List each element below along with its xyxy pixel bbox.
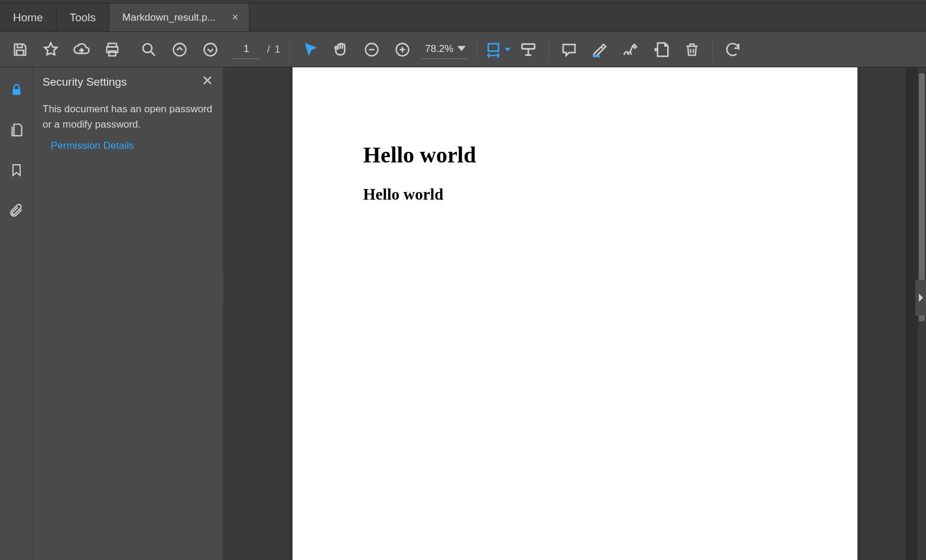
svg-rect-9: [522, 44, 535, 48]
left-rail: [0, 67, 33, 560]
page-up-icon[interactable]: [164, 35, 195, 64]
chevron-down-icon: [458, 43, 465, 55]
search-icon[interactable]: [134, 35, 164, 64]
svg-rect-10: [12, 89, 20, 95]
delete-icon[interactable]: [677, 35, 707, 64]
permission-details-link[interactable]: Permission Details: [43, 140, 213, 152]
toolbar-separator: [712, 38, 713, 61]
zoom-dropdown[interactable]: 78.2%: [421, 40, 469, 59]
main-area: Security Settings This document has an o…: [0, 67, 926, 560]
thumbnails-panel-icon[interactable]: [5, 118, 28, 142]
expand-right-panel-handle[interactable]: [915, 280, 926, 315]
tab-document-title: Markdown_result.p...: [122, 12, 216, 24]
svg-rect-8: [489, 44, 499, 51]
fit-width-dropdown[interactable]: [482, 35, 513, 64]
close-panel-button[interactable]: [202, 74, 213, 89]
select-tool-icon[interactable]: [295, 35, 326, 64]
star-icon[interactable]: [35, 35, 66, 64]
security-settings-panel: Security Settings This document has an o…: [33, 67, 223, 560]
zoom-in-icon[interactable]: [387, 35, 418, 64]
crop-page-icon[interactable]: [646, 35, 677, 64]
sign-icon[interactable]: [615, 35, 646, 64]
tab-tools[interactable]: Tools: [57, 4, 109, 31]
zoom-out-icon[interactable]: [356, 35, 387, 64]
document-viewport[interactable]: Hello world Hello world: [223, 67, 926, 560]
tab-strip: Home Tools Markdown_result.p... ×: [0, 4, 926, 32]
panel-body-text: This document has an open password or a …: [43, 102, 213, 132]
comment-icon[interactable]: [554, 35, 584, 64]
pdf-page: Hello world Hello world: [293, 67, 857, 560]
page-number-input[interactable]: [232, 40, 261, 59]
save-icon[interactable]: [5, 35, 35, 64]
svg-point-4: [174, 43, 186, 56]
security-panel-icon[interactable]: [5, 78, 28, 102]
svg-point-5: [204, 43, 217, 56]
doc-heading-1: Hello world: [363, 142, 787, 168]
cloud-upload-icon[interactable]: [66, 35, 97, 64]
zoom-value: 78.2%: [425, 43, 453, 55]
rotate-icon[interactable]: [717, 35, 748, 64]
doc-heading-2: Hello world: [363, 185, 787, 204]
bookmarks-panel-icon[interactable]: [5, 158, 28, 182]
tab-document[interactable]: Markdown_result.p... ×: [109, 4, 249, 31]
hand-tool-icon[interactable]: [326, 35, 356, 64]
toolbar-separator: [290, 38, 290, 61]
toolbar-separator: [548, 38, 549, 61]
highlight-icon[interactable]: [584, 35, 615, 64]
toolbar-separator: [477, 38, 477, 61]
page-total-label: /1: [267, 44, 280, 56]
read-mode-icon[interactable]: [513, 35, 544, 64]
toolbar: /1 78.2%: [0, 32, 926, 67]
close-tab-button[interactable]: ×: [230, 11, 241, 24]
tab-home[interactable]: Home: [0, 4, 57, 31]
print-icon[interactable]: [97, 35, 128, 64]
svg-point-3: [143, 44, 152, 53]
attachments-panel-icon[interactable]: [5, 198, 28, 222]
panel-title: Security Settings: [43, 76, 213, 89]
page-down-icon[interactable]: [195, 35, 226, 64]
